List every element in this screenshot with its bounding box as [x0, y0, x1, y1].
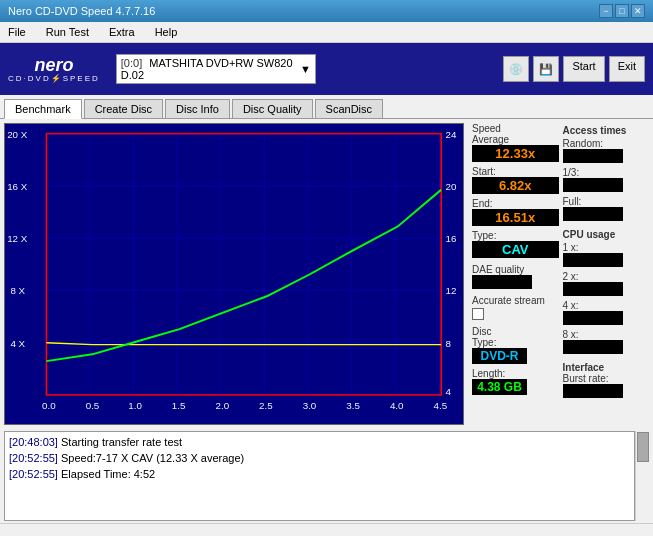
- one-third-label: 1/3:: [563, 167, 650, 178]
- disc-icon-button[interactable]: 💿: [503, 56, 529, 82]
- minimize-button[interactable]: −: [599, 4, 613, 18]
- type-value: CAV: [472, 241, 559, 258]
- svg-text:8: 8: [446, 339, 451, 348]
- close-button[interactable]: ✕: [631, 4, 645, 18]
- scrollbar-thumb[interactable]: [637, 432, 649, 462]
- disc-length-value: 4.38 GB: [472, 379, 527, 395]
- log-line-1: [20:48:03] Starting transfer rate test: [9, 434, 630, 450]
- log-scrollbar[interactable]: [635, 431, 649, 521]
- save-icon-button[interactable]: 💾: [533, 56, 559, 82]
- svg-text:16 X: 16 X: [7, 182, 27, 191]
- burst-rate-value: [563, 384, 623, 398]
- cpu-x1-value: [563, 253, 623, 267]
- full-value: [563, 207, 623, 221]
- dae-quality-value: [472, 275, 532, 289]
- disc-type-label: Type:: [472, 337, 559, 348]
- dropdown-arrow-icon: ▼: [300, 63, 311, 75]
- log-line-3: [20:52:55] Elapsed Time: 4:52: [9, 466, 630, 482]
- svg-text:4.5: 4.5: [434, 402, 448, 411]
- log-area[interactable]: [20:48:03] Starting transfer rate test […: [4, 431, 635, 521]
- menu-bar: File Run Test Extra Help: [0, 22, 653, 43]
- maximize-button[interactable]: □: [615, 4, 629, 18]
- cpu-x4-label: 4 x:: [563, 300, 650, 311]
- speed-stats: Speed Average 12.33x Start: 6.82x End: 1…: [472, 123, 559, 400]
- menu-run-test[interactable]: Run Test: [42, 24, 93, 40]
- log-line-2: [20:52:55] Speed:7-17 X CAV (12.33 X ave…: [9, 450, 630, 466]
- cpu-x2-value: [563, 282, 623, 296]
- app-header: nero CD·DVD⚡SPEED [0:0] MATSHITA DVD+RW …: [0, 43, 653, 95]
- title-bar-title: Nero CD-DVD Speed 4.7.7.16: [8, 5, 155, 17]
- svg-text:2.0: 2.0: [215, 402, 229, 411]
- disc-length-label: Length:: [472, 368, 559, 379]
- svg-text:3.5: 3.5: [346, 402, 360, 411]
- full-label: Full:: [563, 196, 650, 207]
- nero-logo: nero: [34, 56, 73, 74]
- average-label: Average: [472, 134, 559, 145]
- menu-help[interactable]: Help: [151, 24, 182, 40]
- main-content: 20 X 16 X 12 X 8 X 4 X 24 20 16 12 8 4 0…: [0, 119, 653, 429]
- tab-disc-info[interactable]: Disc Info: [165, 99, 230, 118]
- burst-rate-label: Burst rate:: [563, 373, 650, 384]
- svg-text:2.5: 2.5: [259, 402, 273, 411]
- average-value: 12.33x: [472, 145, 559, 162]
- log-container: [20:48:03] Starting transfer rate test […: [4, 431, 649, 521]
- tab-create-disc[interactable]: Create Disc: [84, 99, 163, 118]
- disc-label: Disc: [472, 326, 559, 337]
- svg-text:20 X: 20 X: [7, 130, 27, 139]
- header-buttons: 💿 💾 Start Exit: [503, 56, 645, 82]
- access-times-header: Access times: [563, 125, 650, 136]
- svg-text:20: 20: [446, 182, 457, 191]
- svg-text:0.5: 0.5: [86, 402, 100, 411]
- cpu-x2-label: 2 x:: [563, 271, 650, 282]
- status-bar: [0, 523, 653, 536]
- end-value: 16.51x: [472, 209, 559, 226]
- interface-header: Interface: [563, 362, 650, 373]
- menu-file[interactable]: File: [4, 24, 30, 40]
- tab-scan-disc[interactable]: ScanDisc: [315, 99, 383, 118]
- svg-text:4.0: 4.0: [390, 402, 404, 411]
- title-bar: Nero CD-DVD Speed 4.7.7.16 − □ ✕: [0, 0, 653, 22]
- svg-text:16: 16: [446, 235, 457, 244]
- svg-text:24: 24: [446, 130, 457, 139]
- random-value: [563, 149, 623, 163]
- access-cpu-interface: Access times Random: 1/3: Full: CPU usag…: [563, 123, 650, 400]
- tab-benchmark[interactable]: Benchmark: [4, 99, 82, 119]
- stats-and-access: Speed Average 12.33x Start: 6.82x End: 1…: [472, 123, 649, 400]
- type-label: Type:: [472, 230, 559, 241]
- exit-button[interactable]: Exit: [609, 56, 645, 82]
- cpu-x8-label: 8 x:: [563, 329, 650, 340]
- start-value: 6.82x: [472, 177, 559, 194]
- disc-type-value: DVD-R: [472, 348, 527, 364]
- chart-area: 20 X 16 X 12 X 8 X 4 X 24 20 16 12 8 4 0…: [4, 123, 464, 425]
- start-label: Start:: [472, 166, 559, 177]
- one-third-value: [563, 178, 623, 192]
- cpu-x1-label: 1 x:: [563, 242, 650, 253]
- accurate-stream-checkbox[interactable]: [472, 308, 484, 320]
- nero-subtitle: CD·DVD⚡SPEED: [8, 74, 100, 83]
- cpu-x8-value: [563, 340, 623, 354]
- dae-quality-label: DAE quality: [472, 264, 559, 275]
- tab-disc-quality[interactable]: Disc Quality: [232, 99, 313, 118]
- svg-text:4: 4: [446, 387, 451, 396]
- right-panel: Speed Average 12.33x Start: 6.82x End: 1…: [468, 119, 653, 429]
- start-button[interactable]: Start: [563, 56, 604, 82]
- speed-label: Speed: [472, 123, 559, 134]
- menu-extra[interactable]: Extra: [105, 24, 139, 40]
- svg-text:12 X: 12 X: [7, 235, 27, 244]
- speed-chart: 20 X 16 X 12 X 8 X 4 X 24 20 16 12 8 4 0…: [5, 124, 463, 424]
- svg-text:8 X: 8 X: [10, 287, 25, 296]
- svg-text:12: 12: [446, 287, 457, 296]
- drive-selector: [0:0] MATSHITA DVD+RW SW820 D.02 ▼: [116, 54, 316, 84]
- svg-text:1.5: 1.5: [172, 402, 186, 411]
- accurate-stream-label: Accurate stream: [472, 295, 559, 306]
- random-label: Random:: [563, 138, 650, 149]
- tab-bar: Benchmark Create Disc Disc Info Disc Qua…: [0, 95, 653, 119]
- cpu-usage-header: CPU usage: [563, 229, 650, 240]
- svg-text:1.0: 1.0: [128, 402, 142, 411]
- svg-text:0.0: 0.0: [42, 402, 56, 411]
- end-label: End:: [472, 198, 559, 209]
- svg-rect-0: [5, 124, 463, 424]
- window-controls: − □ ✕: [599, 4, 645, 18]
- cpu-x4-value: [563, 311, 623, 325]
- drive-dropdown[interactable]: [0:0] MATSHITA DVD+RW SW820 D.02 ▼: [116, 54, 316, 84]
